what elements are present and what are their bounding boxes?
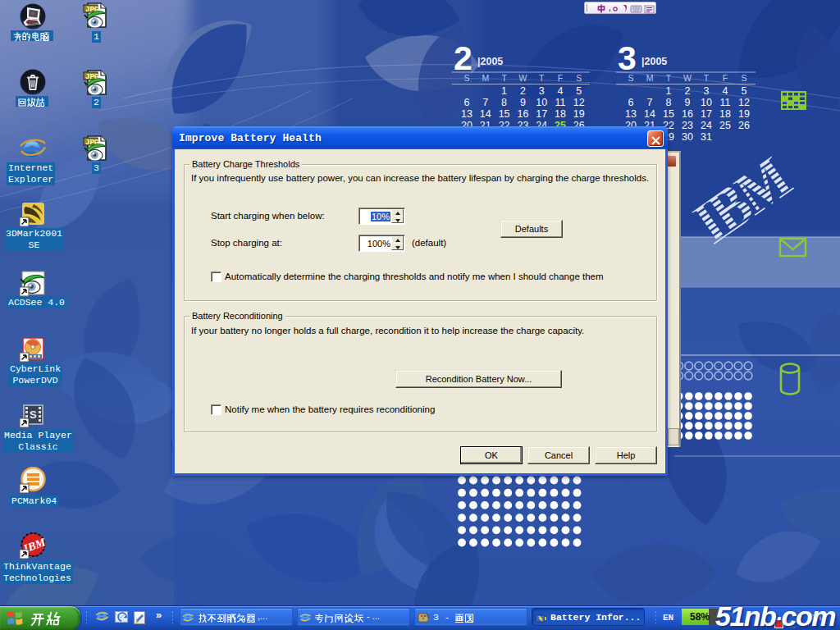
svg-text:7: 7: [482, 97, 488, 108]
svg-text:W: W: [683, 73, 692, 83]
svg-text:4: 4: [558, 85, 564, 97]
svg-text:S: S: [628, 73, 633, 83]
svg-text:F: F: [558, 73, 563, 83]
svg-text:12: 12: [573, 97, 585, 108]
svg-text:13: 13: [461, 108, 472, 120]
svg-text:11: 11: [555, 97, 566, 108]
svg-text:6: 6: [464, 97, 470, 108]
svg-text:8: 8: [666, 97, 672, 108]
svg-text:6: 6: [628, 97, 634, 108]
svg-text:1: 1: [666, 85, 672, 97]
svg-text:4: 4: [723, 85, 728, 97]
svg-text:9: 9: [520, 97, 526, 108]
svg-text:17: 17: [536, 108, 547, 120]
svg-text:18: 18: [555, 108, 566, 120]
svg-text:T: T: [501, 73, 507, 83]
svg-text:14: 14: [480, 108, 491, 120]
svg-text:F: F: [723, 73, 728, 83]
svg-text:3: 3: [704, 85, 710, 97]
svg-text:S: S: [463, 73, 469, 83]
svg-text:2: 2: [685, 85, 691, 97]
svg-text:30: 30: [682, 131, 693, 143]
svg-text:S: S: [741, 73, 746, 83]
svg-text:12: 12: [738, 97, 750, 108]
svg-text:19: 19: [738, 108, 750, 120]
svg-text:3: 3: [618, 39, 637, 77]
svg-text:8: 8: [501, 97, 507, 108]
svg-text:5: 5: [742, 85, 747, 97]
svg-text:31: 31: [701, 131, 712, 143]
svg-text:T: T: [704, 73, 710, 83]
svg-text:2: 2: [520, 85, 526, 97]
svg-text:15: 15: [663, 108, 674, 120]
svg-text:W: W: [518, 73, 527, 83]
svg-text:26: 26: [738, 120, 750, 131]
svg-text:9: 9: [685, 97, 691, 108]
svg-text:T: T: [539, 73, 545, 83]
svg-text:S: S: [30, 409, 37, 421]
svg-text:14: 14: [644, 108, 655, 120]
svg-text:19: 19: [573, 108, 585, 120]
svg-text:11: 11: [720, 97, 731, 108]
svg-text:M: M: [646, 73, 654, 83]
svg-text:13: 13: [625, 108, 637, 120]
svg-text:T: T: [666, 73, 672, 83]
svg-text:10: 10: [701, 97, 712, 108]
svg-text:5: 5: [576, 85, 582, 97]
svg-text:M: M: [482, 73, 489, 83]
svg-text:17: 17: [701, 108, 712, 120]
svg-text:S: S: [576, 73, 582, 83]
svg-text:,: ,: [609, 4, 611, 12]
svg-text:16: 16: [517, 108, 528, 120]
svg-text:16: 16: [682, 108, 693, 120]
svg-text:25: 25: [719, 120, 731, 131]
svg-text:10: 10: [536, 97, 547, 108]
svg-text:3: 3: [539, 85, 545, 97]
svg-text:23: 23: [682, 120, 693, 131]
svg-text:1: 1: [501, 85, 507, 97]
svg-text:18: 18: [719, 108, 731, 120]
svg-text:24: 24: [701, 120, 712, 131]
svg-text:|2005: |2005: [641, 56, 667, 67]
svg-text:|2005: |2005: [477, 56, 503, 67]
svg-text:2: 2: [454, 39, 472, 77]
svg-text:15: 15: [499, 108, 510, 120]
svg-text:7: 7: [647, 97, 653, 108]
